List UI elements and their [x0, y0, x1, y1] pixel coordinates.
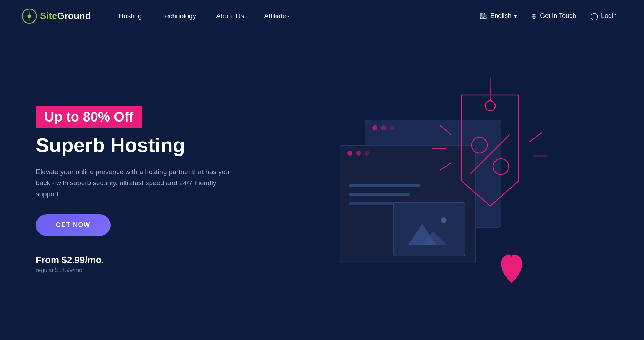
svg-point-19 — [441, 217, 447, 223]
logo[interactable]: SiteGround — [21, 8, 91, 24]
login-link[interactable]: ◯ Login — [585, 9, 623, 23]
hero-content: Up to 80% Off Superb Hosting Elevate you… — [36, 106, 250, 274]
hero-illustration — [250, 65, 623, 315]
hero-description: Elevate your online presence with a host… — [36, 166, 236, 200]
login-label: Login — [601, 12, 617, 20]
nav-technology[interactable]: Technology — [152, 12, 206, 20]
price-regular: regular $14.99/mo. — [36, 267, 250, 274]
svg-point-5 — [390, 125, 395, 130]
svg-point-14 — [365, 151, 370, 156]
user-icon: ◯ — [590, 12, 598, 20]
logo-icon — [21, 8, 37, 24]
svg-rect-15 — [349, 184, 420, 187]
svg-rect-16 — [349, 193, 410, 196]
nav-affiliates[interactable]: Affiliates — [254, 12, 299, 20]
svg-rect-18 — [394, 202, 465, 256]
svg-point-20 — [485, 101, 495, 111]
promo-badge: Up to 80% Off — [36, 106, 142, 128]
nav-hosting[interactable]: Hosting — [109, 12, 152, 20]
language-label: English — [490, 12, 511, 20]
nav-right: 語 English ▾ ⊕ Get in Touch ◯ Login — [474, 8, 623, 24]
translate-icon: 語 — [480, 11, 487, 21]
get-now-button[interactable]: GET NOW — [36, 214, 111, 236]
location-icon: ⊕ — [531, 12, 537, 20]
contact-label: Get in Touch — [540, 12, 576, 20]
price-main: From $2.99/mo. — [36, 255, 250, 266]
language-selector[interactable]: 語 English ▾ — [474, 8, 522, 24]
hero-title: Superb Hosting — [36, 134, 250, 156]
get-in-touch-link[interactable]: ⊕ Get in Touch — [525, 9, 582, 23]
navbar: SiteGround Hosting Technology About Us A… — [0, 0, 644, 32]
chevron-down-icon: ▾ — [514, 13, 517, 19]
svg-point-12 — [347, 151, 352, 156]
nav-about-us[interactable]: About Us — [206, 12, 254, 20]
svg-point-4 — [381, 125, 386, 130]
hero-section: Up to 80% Off Superb Hosting Elevate you… — [0, 32, 644, 340]
svg-line-28 — [530, 133, 542, 142]
svg-point-3 — [372, 125, 377, 130]
pricing-info: From $2.99/mo. regular $14.99/mo. — [36, 255, 250, 274]
hero-svg — [311, 74, 562, 306]
logo-text: SiteGround — [40, 10, 91, 21]
nav-links: Hosting Technology About Us Affiliates — [109, 12, 475, 20]
svg-point-13 — [356, 151, 361, 156]
